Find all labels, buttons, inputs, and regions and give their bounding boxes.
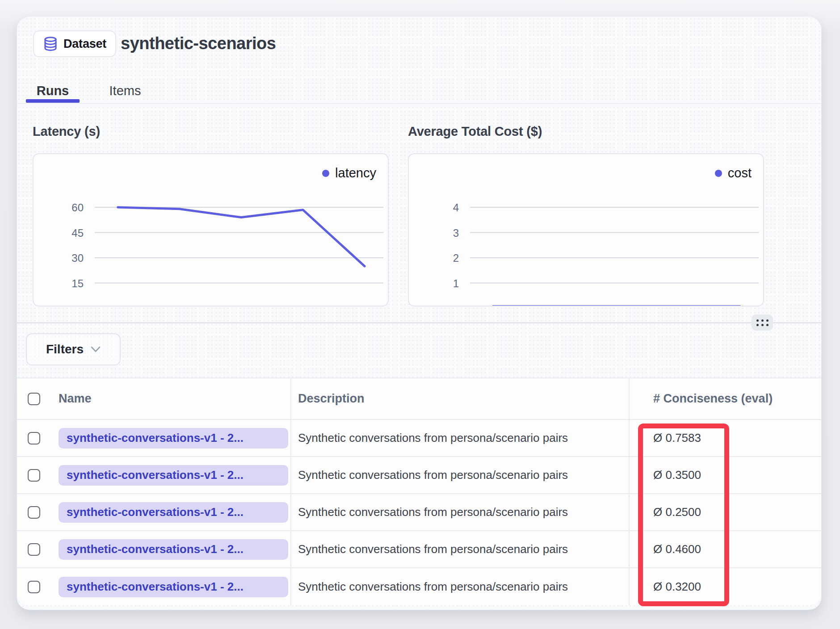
run-name-link[interactable]: synthetic-conversations-v1 - 2...: [59, 428, 288, 449]
page-title: synthetic-scenarios: [121, 34, 276, 53]
section-divider: [17, 322, 821, 323]
runs-table: Name Description # Conciseness (eval) sy…: [17, 377, 821, 605]
grip-dots-icon: [756, 319, 769, 326]
conciseness-value: Ø 0.3500: [653, 468, 701, 482]
select-all-checkbox[interactable]: [28, 393, 40, 405]
latency-legend: latency: [322, 166, 376, 180]
conciseness-value: Ø 0.2500: [653, 505, 701, 519]
table-row: synthetic-conversations-v1 - 2... Synthe…: [17, 531, 821, 568]
run-description: Synthetic conversations from persona/sce…: [298, 580, 568, 594]
run-name-link[interactable]: synthetic-conversations-v1 - 2...: [59, 465, 288, 486]
row-checkbox[interactable]: [28, 581, 40, 593]
run-description: Synthetic conversations from persona/sce…: [298, 505, 568, 519]
y-tick-label: 2: [453, 252, 459, 264]
y-tick-label: 30: [71, 252, 84, 264]
dataset-badge: Dataset: [33, 30, 116, 57]
table-header-row: Name Description # Conciseness (eval): [17, 378, 821, 420]
conciseness-value: Ø 0.7583: [653, 431, 701, 445]
legend-dot-icon: [322, 170, 329, 177]
row-checkbox[interactable]: [28, 506, 40, 519]
latency-chart-title: Latency (s): [33, 124, 100, 139]
cost-legend: cost: [715, 166, 752, 180]
column-header-description: Description: [298, 392, 365, 406]
y-tick-label: 60: [71, 201, 84, 214]
latency-chart-panel: 60453015 latency: [33, 153, 389, 306]
run-description: Synthetic conversations from persona/sce…: [298, 468, 568, 482]
conciseness-value: Ø 0.3200: [653, 580, 701, 594]
dataset-card: Dataset synthetic-scenarios Runs Items L…: [17, 17, 821, 610]
legend-label: latency: [335, 166, 376, 180]
column-header-name: Name: [59, 392, 92, 406]
table-row: synthetic-conversations-v1 - 2... Synthe…: [17, 457, 821, 494]
chevron-down-icon: [91, 346, 101, 352]
cost-chart-title: Average Total Cost ($): [408, 124, 542, 139]
filters-label: Filters: [46, 342, 84, 356]
y-tick-label: 15: [71, 277, 84, 289]
y-tick-label: 3: [453, 227, 459, 239]
legend-label: cost: [728, 166, 752, 180]
tab-items[interactable]: Items: [101, 80, 149, 102]
row-checkbox[interactable]: [28, 469, 40, 482]
row-checkbox[interactable]: [28, 432, 40, 444]
tab-bar: Runs Items: [17, 80, 821, 104]
resize-grip-handle[interactable]: [752, 314, 773, 331]
column-header-conciseness: # Conciseness (eval): [653, 392, 773, 406]
run-name-link[interactable]: synthetic-conversations-v1 - 2...: [59, 502, 288, 523]
legend-dot-icon: [715, 170, 722, 177]
run-description: Synthetic conversations from persona/sce…: [298, 542, 568, 556]
table-row: synthetic-conversations-v1 - 2... Synthe…: [17, 568, 821, 605]
y-tick-label: 4: [453, 201, 459, 214]
filters-button[interactable]: Filters: [26, 333, 121, 365]
table-row: synthetic-conversations-v1 - 2... Synthe…: [17, 494, 821, 531]
y-tick-label: 1: [453, 277, 459, 289]
row-checkbox[interactable]: [28, 543, 40, 556]
active-tab-underline: [26, 99, 80, 103]
badge-label: Dataset: [63, 37, 106, 51]
y-tick-label: 45: [71, 227, 84, 239]
conciseness-value: Ø 0.4600: [653, 542, 701, 556]
database-icon: [43, 36, 58, 51]
run-description: Synthetic conversations from persona/sce…: [298, 431, 568, 445]
cost-chart-panel: 4321 cost: [408, 153, 764, 306]
latency-line: [118, 207, 365, 266]
cost-chart: 4321: [409, 154, 763, 306]
table-row: synthetic-conversations-v1 - 2... Synthe…: [17, 420, 821, 457]
run-name-link[interactable]: synthetic-conversations-v1 - 2...: [59, 577, 288, 597]
run-name-link[interactable]: synthetic-conversations-v1 - 2...: [59, 539, 288, 560]
